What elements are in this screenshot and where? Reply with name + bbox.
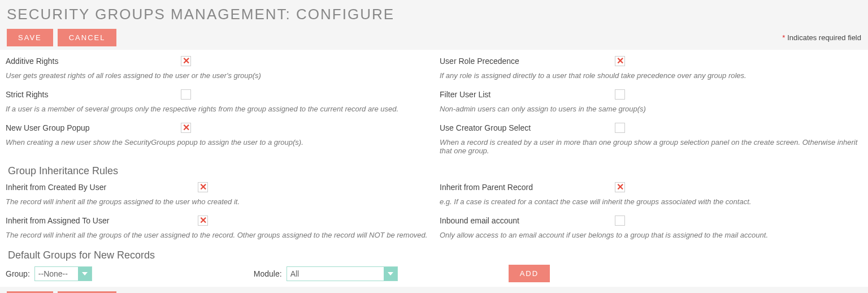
x-icon: ✕ [199,183,207,192]
inherit-created-by-label: Inherit from Created By User [6,183,198,192]
field-additive-rights: Additive Rights ✕ User gets greatest rig… [6,53,428,85]
section-defaults-title: Default Groups for New Records [6,246,862,264]
x-icon: ✕ [183,123,190,132]
inherit-parent-desc: e.g. If a case is created for a contact … [440,195,862,212]
required-note-text: Indicates required field [787,33,861,42]
page-title: SECURITY GROUPS MANAGEMENT: CONFIGURE [7,6,861,23]
x-icon: ✕ [617,183,624,192]
creator-group-select-label: Use Creator Group Select [440,123,615,132]
inbound-email-desc: Only allow access to an email account if… [440,229,862,245]
additive-rights-checkbox[interactable]: ✕ [181,56,191,66]
options-row-2: Inherit from Created By User ✕ The recor… [6,179,862,246]
inherit-created-by-desc: The record will inherit all the groups a… [6,195,428,212]
options-row-1: Additive Rights ✕ User gets greatest rig… [6,53,862,162]
group-select-label: Group: [6,269,30,278]
x-icon: ✕ [183,57,190,66]
user-role-precedence-checkbox[interactable]: ✕ [615,56,625,66]
col-right: User Role Precedence ✕ If any role is as… [440,53,862,162]
field-strict-rights: Strict Rights ✕ If a user is a member of… [6,87,428,119]
defaults-row: Group: --None-- Module: All ADD [6,264,862,287]
inherit-parent-checkbox[interactable]: ✕ [615,182,625,192]
section-inheritance-title: Group Inheritance Rules [6,162,862,179]
inbound-email-label: Inbound email account [440,216,615,225]
field-new-user-popup: New User Group Popup ✕ When creating a n… [6,120,428,152]
required-note: *Indicates required field [782,33,861,42]
page-header: SECURITY GROUPS MANAGEMENT: CONFIGURE SA… [0,0,868,50]
required-star-icon: * [782,33,785,42]
footer-bar: SAVE CANCEL [0,287,868,293]
inherit-col-left: Inherit from Created By User ✕ The recor… [6,179,428,246]
save-button[interactable]: SAVE [7,29,53,46]
module-select[interactable]: All [287,267,397,281]
strict-rights-label: Strict Rights [6,90,181,99]
inherit-col-right: Inherit from Parent Record ✕ e.g. If a c… [440,179,862,246]
creator-group-select-checkbox[interactable]: ✕ [615,123,625,133]
add-block: ADD [509,265,550,282]
field-inherit-created-by: Inherit from Created By User ✕ The recor… [6,179,428,212]
new-user-popup-label: New User Group Popup [6,123,181,132]
field-inbound-email: Inbound email account ✕ Only allow acces… [440,213,862,245]
group-select[interactable]: --None-- [35,267,92,281]
inherit-created-by-checkbox[interactable]: ✕ [198,182,208,192]
additive-rights-label: Additive Rights [6,57,181,66]
field-user-role-precedence: User Role Precedence ✕ If any role is as… [440,53,862,85]
filter-user-list-desc: Non-admin users can only assign to users… [440,102,862,119]
inherit-assigned-to-desc: The record will inherit all the groups o… [6,229,428,245]
field-inherit-assigned-to: Inherit from Assigned To User ✕ The reco… [6,213,428,245]
x-icon: ✕ [617,57,624,66]
additive-rights-desc: User gets greatest rights of all roles a… [6,69,428,85]
user-role-precedence-desc: If any role is assigned directly to a us… [440,69,862,85]
x-icon: ✕ [199,216,207,225]
new-user-popup-checkbox[interactable]: ✕ [181,123,191,133]
inherit-assigned-to-label: Inherit from Assigned To User [6,216,198,225]
col-left: Additive Rights ✕ User gets greatest rig… [6,53,428,162]
top-button-row: SAVE CANCEL [7,29,116,46]
inbound-email-checkbox[interactable]: ✕ [615,216,625,226]
creator-group-select-desc: When a record is created by a user in mo… [440,136,862,161]
header-row: SAVE CANCEL *Indicates required field [7,29,861,46]
filter-user-list-checkbox[interactable]: ✕ [615,89,625,100]
group-select-wrap: --None-- [34,266,92,281]
inherit-assigned-to-checkbox[interactable]: ✕ [198,216,208,226]
filter-user-list-label: Filter User List [440,90,615,99]
content: Additive Rights ✕ User gets greatest rig… [0,50,868,287]
strict-rights-checkbox[interactable]: ✕ [181,89,191,100]
module-block: Module: All [254,266,398,281]
add-button[interactable]: ADD [509,265,550,282]
inherit-parent-label: Inherit from Parent Record [440,183,615,192]
field-inherit-parent: Inherit from Parent Record ✕ e.g. If a c… [440,179,862,212]
field-creator-group-select: Use Creator Group Select ✕ When a record… [440,120,862,161]
module-select-label: Module: [254,269,282,278]
cancel-button[interactable]: CANCEL [58,29,117,46]
module-select-wrap: All [287,266,398,281]
new-user-popup-desc: When creating a new user show the Securi… [6,136,428,152]
field-filter-user-list: Filter User List ✕ Non-admin users can o… [440,87,862,119]
strict-rights-desc: If a user is a member of several groups … [6,102,428,119]
user-role-precedence-label: User Role Precedence [440,57,615,66]
